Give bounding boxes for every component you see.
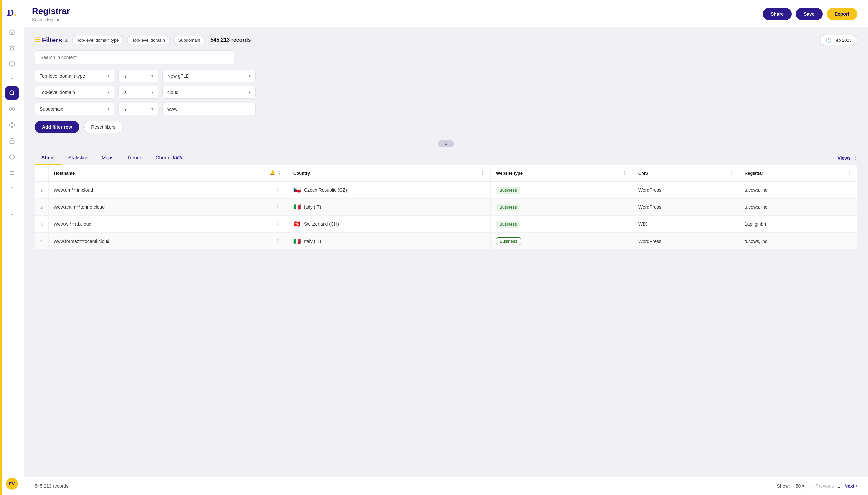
chevron-down-icon: ▾: [151, 90, 153, 95]
tab-trends[interactable]: Trends: [120, 151, 149, 165]
col-more-icon[interactable]: ⋮: [277, 170, 282, 176]
svg-rect-9: [10, 141, 14, 143]
cell-hostname: www.dm***in.cloud ⋮: [48, 181, 288, 199]
sidebar-expand-section3[interactable]: [8, 210, 16, 218]
filter-value-3[interactable]: www: [163, 103, 256, 116]
sidebar-item-diamond[interactable]: [5, 150, 19, 164]
footer-record-count: 545,213 records: [35, 483, 68, 489]
show-select[interactable]: 50 ▾: [793, 482, 808, 490]
search-input[interactable]: [35, 50, 234, 64]
add-filter-button[interactable]: Add filter row: [35, 121, 79, 133]
views-button[interactable]: Views ⋮: [838, 155, 857, 161]
chevron-down-icon: ▾: [151, 107, 153, 112]
col-website-type: Website type ⋮: [490, 165, 633, 181]
sidebar-item-lock[interactable]: [5, 134, 19, 148]
sidebar-item-search[interactable]: [5, 86, 19, 100]
main-wrapper: Registrar Search Engine Share Save Expor…: [24, 0, 868, 495]
filter-operator-3[interactable]: is ▾: [118, 103, 158, 116]
cell-cms: WordPress: [633, 233, 739, 250]
row-number: 1: [35, 181, 48, 199]
svg-rect-1: [9, 62, 14, 65]
svg-marker-10: [9, 155, 14, 160]
row-more-icon[interactable]: ⋮: [272, 204, 282, 210]
table-row: 1 www.dm***in.cloud ⋮ 🇨🇿 Czech Republic …: [35, 181, 857, 199]
filter-field-2[interactable]: Top-level domain ▾: [35, 86, 115, 99]
row-more-icon[interactable]: ⋮: [272, 187, 282, 193]
sidebar-item-eye[interactable]: [5, 102, 19, 116]
user-avatar[interactable]: EV: [6, 478, 18, 490]
svg-point-6: [11, 108, 13, 110]
cell-country: 🇮🇹 Italy (IT): [288, 233, 490, 250]
cell-cms: WordPress: [633, 199, 739, 216]
country-flag: 🇨🇭: [293, 220, 301, 227]
chevron-down-icon: ▾: [107, 74, 110, 78]
chevron-down-icon: ▾: [249, 74, 251, 78]
cell-country: 🇨🇭 Switzerland (CH): [288, 216, 490, 233]
sidebar-expand-section2[interactable]: [8, 197, 16, 205]
header-actions: Share Save Export: [763, 8, 857, 20]
filter-value-1[interactable]: New gTLD ▾: [163, 70, 256, 82]
col-more-icon[interactable]: ⋮: [622, 170, 628, 176]
filter-title: ☰ Filters ▲: [35, 36, 69, 44]
filter-actions: Add filter row Reset filters: [35, 121, 857, 133]
row-more-icon[interactable]: ⋮: [272, 238, 282, 244]
page-number: 1: [838, 483, 840, 489]
website-type-badge: Business: [496, 237, 521, 245]
cell-website-type: Business: [490, 181, 633, 199]
sidebar-item-home[interactable]: [5, 25, 19, 39]
sidebar-item-settings[interactable]: [5, 166, 19, 180]
filter-field-1[interactable]: Top-level domain type ▾: [35, 70, 115, 82]
next-button[interactable]: Next ›: [845, 483, 857, 489]
country-flag: 🇮🇹: [293, 238, 301, 245]
bell-icon[interactable]: 🔔: [270, 170, 275, 176]
page-title: Registrar: [32, 6, 763, 16]
cell-website-type: Business: [490, 199, 633, 216]
filter-bar: ☰ Filters ▲ Top-level domain type Top-le…: [35, 35, 857, 45]
export-button[interactable]: Export: [827, 8, 857, 20]
filter-operator-2[interactable]: is ▾: [118, 86, 158, 99]
row-more-icon[interactable]: ⋮: [272, 221, 282, 227]
save-button[interactable]: Save: [796, 8, 823, 20]
filter-value-2[interactable]: cloud ▾: [163, 86, 256, 99]
previous-button[interactable]: ‹ Previous: [813, 483, 834, 489]
col-more-icon[interactable]: ⋮: [846, 170, 852, 176]
tab-churn[interactable]: Churn BETA: [149, 151, 191, 165]
pagination: ‹ Previous 1 Next ›: [813, 483, 857, 489]
sidebar-item-globe[interactable]: [5, 118, 19, 132]
tab-maps[interactable]: Maps: [95, 151, 120, 165]
sidebar-expand-section[interactable]: [8, 184, 16, 192]
collapse-button[interactable]: ▲: [438, 140, 454, 147]
country-flag: 🇨🇿: [293, 186, 301, 193]
filter-operator-1[interactable]: is ▾: [118, 70, 158, 82]
col-more-icon[interactable]: ⋮: [480, 170, 485, 176]
chevron-down-icon: ▾: [107, 90, 110, 95]
cell-hostname: www.wi***rd.cloud ⋮: [48, 216, 288, 233]
cell-hostname: www.formaz***ocenti.cloud ⋮: [48, 233, 288, 250]
reset-filters-button[interactable]: Reset filters: [83, 121, 123, 133]
chevron-down-icon: ▾: [107, 107, 110, 112]
tab-statistics[interactable]: Statistics: [62, 151, 95, 165]
table-row: 2 www.antin***torino.cloud ⋮ 🇮🇹 Italy (I…: [35, 199, 857, 216]
chevron-down-icon: ▾: [249, 90, 251, 95]
cell-cms: WIX: [633, 216, 739, 233]
filter-row-3: Subdomain ▾ is ▾ www: [35, 103, 857, 116]
record-count: 545,213 records: [210, 37, 251, 43]
website-type-badge: Business: [496, 187, 520, 193]
sidebar-item-layers[interactable]: [5, 41, 19, 54]
sidebar-item-monitor[interactable]: [5, 57, 19, 70]
tab-sheet[interactable]: Sheet: [35, 151, 62, 165]
date-filter-badge[interactable]: 🕐 Feb 2023: [820, 35, 857, 45]
collapse-handle: ▲: [35, 140, 857, 147]
clock-icon: 🕐: [826, 37, 831, 42]
filter-row-1: Top-level domain type ▾ is ▾ New gTLD ▾: [35, 70, 857, 82]
filter-tag-subdomain[interactable]: Subdomain: [173, 36, 205, 44]
page-header: Registrar Search Engine Share Save Expor…: [24, 0, 868, 27]
share-button[interactable]: Share: [763, 8, 792, 20]
filter-field-3[interactable]: Subdomain ▾: [35, 103, 115, 116]
sidebar-collapse-top[interactable]: [8, 74, 16, 83]
cell-website-type: Business: [490, 216, 633, 233]
filter-tag-tld-type[interactable]: Top-level domain type: [72, 36, 124, 44]
cell-cms: WordPress: [633, 181, 739, 199]
filter-tag-tld[interactable]: Top-level domain: [127, 36, 170, 44]
col-more-icon[interactable]: ⋮: [728, 170, 734, 176]
